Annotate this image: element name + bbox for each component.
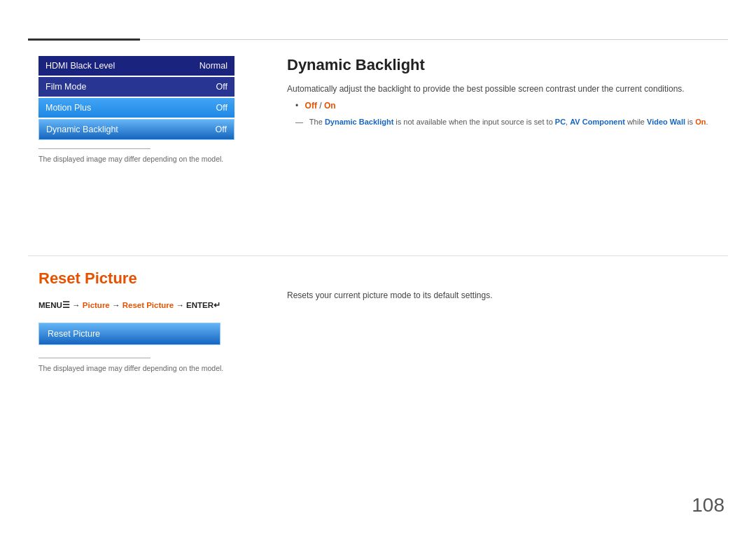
note-dynamic: The displayed image may differ depending… — [38, 155, 234, 163]
right-panel-dynamic: Dynamic Backlight Automatically adjust t… — [287, 56, 728, 128]
right-panel-reset: Resets your current picture mode to its … — [287, 290, 728, 300]
page-number: 108 — [692, 494, 724, 517]
nav-reset-picture: Reset Picture — [122, 301, 174, 309]
top-rule-thick — [28, 38, 140, 41]
option-on: On — [324, 101, 336, 111]
reset-picture-desc: Resets your current picture mode to its … — [287, 290, 728, 300]
warning-video-wall: Video Wall — [647, 118, 685, 126]
option-separator: / — [317, 101, 324, 111]
menu-item-hdmi-value: Normal — [200, 61, 227, 71]
warning-dynamic-backlight: Dynamic Backlight — [325, 118, 393, 126]
reset-picture-item-label: Reset Picture — [48, 329, 100, 339]
left-panel-dynamic: HDMI Black Level Normal Film Mode Off Mo… — [38, 56, 234, 163]
top-rule — [28, 38, 728, 41]
left-divider-1 — [38, 148, 150, 149]
nav-enter-symbol: ↵ — [214, 301, 220, 309]
warning-av-component: AV Component — [570, 118, 625, 126]
menu-item-film-label: Film Mode — [46, 82, 86, 92]
menu-item-motion[interactable]: Motion Plus Off — [38, 98, 234, 118]
nav-menu-label: MENU — [38, 301, 62, 309]
dynamic-backlight-desc: Automatically adjust the backlight to pr… — [287, 84, 728, 94]
reset-picture-menu-item[interactable]: Reset Picture — [38, 323, 220, 345]
reset-nav-line: MENU☰ → Picture → Reset Picture → ENTER↵ — [38, 300, 234, 310]
note-reset: The displayed image may differ depending… — [38, 364, 234, 372]
menu-item-motion-label: Motion Plus — [46, 103, 91, 113]
nav-arrow-3: → — [176, 301, 184, 309]
menu-item-hdmi-label: HDMI Black Level — [46, 61, 115, 71]
menu-item-film-value: Off — [216, 82, 227, 92]
nav-enter: ENTER — [186, 301, 214, 309]
nav-arrow-2: → — [112, 301, 120, 309]
dynamic-backlight-warning: The Dynamic Backlight is not available w… — [287, 116, 728, 128]
warning-on: On — [695, 118, 706, 126]
left-panel-reset: Reset Picture MENU☰ → Picture → Reset Pi… — [38, 269, 234, 372]
left-divider-reset — [38, 358, 150, 358]
nav-menu-symbol: ☰ — [62, 301, 70, 309]
reset-picture-title: Reset Picture — [38, 269, 234, 288]
menu-item-dynamic-label: Dynamic Backlight — [46, 125, 118, 134]
option-off: Off — [305, 101, 317, 111]
menu-item-dynamic[interactable]: Dynamic Backlight Off — [38, 119, 234, 140]
mid-separator — [28, 255, 728, 256]
menu-item-hdmi[interactable]: HDMI Black Level Normal — [38, 56, 234, 76]
dynamic-backlight-options: Off / On — [287, 101, 728, 111]
warning-pc: PC — [555, 118, 566, 126]
nav-arrow-1: → — [72, 301, 80, 309]
menu-item-dynamic-value: Off — [216, 125, 227, 134]
menu-item-film[interactable]: Film Mode Off — [38, 77, 234, 97]
nav-picture: Picture — [83, 301, 110, 309]
top-rule-thin — [140, 39, 728, 40]
dynamic-backlight-title: Dynamic Backlight — [287, 56, 728, 74]
menu-item-motion-value: Off — [216, 103, 227, 113]
